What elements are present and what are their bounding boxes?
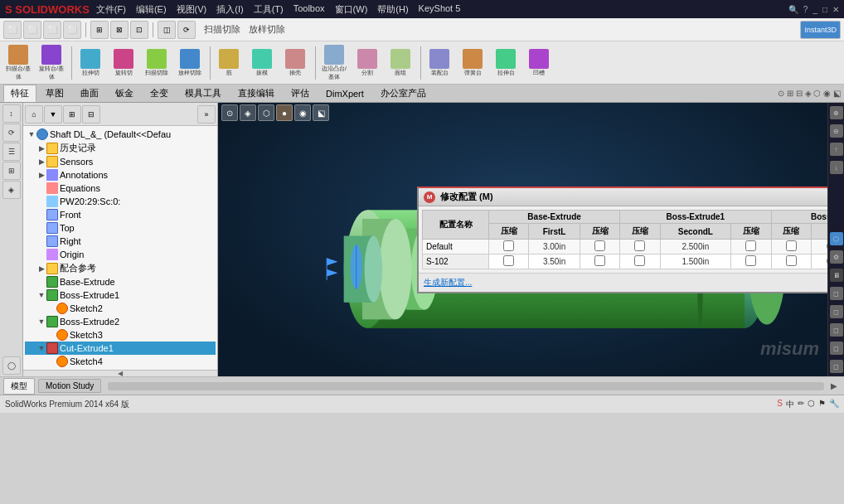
- tab-evaluate[interactable]: 评估: [284, 85, 317, 102]
- btm-tab-model[interactable]: 模型: [3, 378, 35, 395]
- tree-item-match-ref[interactable]: ▶ 配合参考: [25, 261, 216, 275]
- vp-btn-options[interactable]: ⬕: [313, 104, 329, 121]
- tree-collapse-handle[interactable]: ◀: [23, 370, 217, 376]
- menu-window[interactable]: 窗口(W): [335, 3, 368, 16]
- menu-help[interactable]: 帮助(H): [377, 3, 408, 16]
- menu-tools[interactable]: 工具(T): [254, 3, 284, 16]
- tree-item-sensors[interactable]: ▶ Sensors: [25, 155, 216, 168]
- toolbar-btn-1[interactable]: ⬜: [3, 21, 22, 39]
- btm-tab-motion[interactable]: Motion Study: [38, 379, 101, 393]
- tab-office[interactable]: 办公室产品: [373, 85, 434, 102]
- toolbar-btn-5[interactable]: ⊞: [90, 21, 109, 39]
- default-boss1-compress[interactable]: [731, 240, 771, 254]
- rs-icon-3[interactable]: ↑: [830, 143, 843, 156]
- toolbar-btn-9[interactable]: ⟳: [177, 21, 196, 39]
- rs-icon-settings[interactable]: ⚙: [830, 250, 843, 264]
- menu-keyshot[interactable]: KeyShot 5: [419, 3, 461, 16]
- close-icon[interactable]: ✕: [832, 5, 839, 14]
- tree-item-annotations[interactable]: ▶ Annotations: [25, 168, 216, 182]
- vp-btn-view[interactable]: ⊙: [221, 104, 238, 121]
- s102-base-compress[interactable]: [580, 254, 619, 269]
- tree-btn-collapse[interactable]: ⊟: [82, 105, 100, 124]
- tab-sheetmetal[interactable]: 钣金: [108, 85, 141, 102]
- tree-item-boss1[interactable]: ▼ Boss-Extrude1: [25, 288, 216, 302]
- rs-icon-2[interactable]: ⊖: [830, 124, 843, 138]
- s102-boss2-head[interactable]: 0.250in: [811, 254, 827, 269]
- rs-icon-bottom3[interactable]: ◻: [830, 323, 843, 337]
- vp-btn-render[interactable]: ◉: [294, 104, 311, 121]
- tree-item-boss2[interactable]: ▼ Boss-Extrude2: [25, 315, 216, 328]
- help-icon[interactable]: ?: [803, 5, 808, 14]
- tree-item-sketch2[interactable]: Sketch2: [25, 302, 216, 315]
- toolbar-btn-7[interactable]: ⊡: [130, 21, 148, 39]
- tree-item-front[interactable]: Front: [25, 208, 216, 221]
- s102-boss1-second[interactable]: 1.500in: [660, 254, 731, 269]
- toolbar-btn-6[interactable]: ⊠: [110, 21, 129, 39]
- tree-btn-expand[interactable]: ⊞: [63, 105, 81, 124]
- tree-item-sketch4[interactable]: Sketch4: [25, 355, 216, 368]
- default-boss1-suppress[interactable]: [620, 240, 660, 254]
- tree-item-pw[interactable]: PW20:29:Sc:0:: [25, 195, 216, 208]
- s102-boss1-compress[interactable]: [731, 254, 771, 269]
- horizontal-scrollbar[interactable]: [108, 382, 824, 390]
- instant3d-btn[interactable]: Instant3D: [800, 21, 841, 39]
- s102-base-first[interactable]: 3.50in: [529, 254, 580, 269]
- menu-edit[interactable]: 编辑(E): [136, 3, 167, 16]
- search-icon[interactable]: 🔍: [788, 5, 798, 14]
- rs-icon-bottom4[interactable]: ◻: [830, 342, 843, 355]
- vp-btn-lights[interactable]: ⬡: [258, 104, 274, 121]
- tab-allchange[interactable]: 全变: [143, 85, 176, 102]
- default-boss2-suppress[interactable]: [771, 240, 811, 254]
- tree-root[interactable]: ▼ Shaft DL_&_ (Default<<Defau: [25, 128, 216, 141]
- lv-btn-5[interactable]: ◈: [2, 181, 21, 199]
- tree-item-cut-extrude[interactable]: ▼ Cut-Extrude1: [25, 342, 216, 355]
- menu-insert[interactable]: 插入(I): [216, 3, 243, 16]
- tree-item-right[interactable]: Right: [25, 235, 216, 248]
- rs-icon-share[interactable]: ⬡: [830, 232, 843, 245]
- tab-sketch[interactable]: 草图: [38, 85, 71, 102]
- default-base-compress[interactable]: [580, 240, 619, 254]
- lv-btn-4[interactable]: ⊞: [2, 162, 21, 180]
- tab-feature[interactable]: 特征: [3, 85, 36, 102]
- toolbar-btn-2[interactable]: ⬜: [23, 21, 41, 39]
- rs-icon-monitor[interactable]: 🖥: [830, 269, 843, 282]
- minimize-icon[interactable]: _: [812, 5, 817, 14]
- new-config-link[interactable]: 生成新配置...: [424, 277, 472, 288]
- rs-icon-bottom1[interactable]: ◻: [830, 287, 843, 300]
- tree-btn-home[interactable]: ⌂: [25, 105, 43, 124]
- toolbar-btn-3[interactable]: ⬜: [43, 21, 61, 39]
- tab-surface[interactable]: 曲面: [73, 85, 106, 102]
- toolbar-btn-4[interactable]: ⬜: [63, 21, 81, 39]
- lv-btn-2[interactable]: ⟳: [2, 124, 21, 142]
- s102-base-suppress[interactable]: [489, 254, 529, 269]
- menu-toolbox[interactable]: Toolbox: [293, 3, 325, 16]
- tree-item-base-extrude[interactable]: Base-Extrude: [25, 275, 216, 288]
- tree-item-sketch3[interactable]: Sketch3: [25, 328, 216, 342]
- rs-icon-4[interactable]: ↓: [830, 161, 843, 174]
- default-boss2-head[interactable]: 0.250in: [811, 240, 827, 254]
- toolbar-btn-8[interactable]: ◫: [158, 21, 176, 39]
- lv-btn-3[interactable]: ☰: [2, 143, 21, 161]
- tree-item-equations[interactable]: Equations: [25, 182, 216, 195]
- maximize-icon[interactable]: □: [822, 5, 827, 14]
- tree-btn-more[interactable]: »: [197, 105, 216, 124]
- default-base-suppress[interactable]: [489, 240, 529, 254]
- s102-boss2-suppress[interactable]: [771, 254, 811, 269]
- tab-dimxpert[interactable]: DimXpert: [318, 86, 371, 101]
- scroll-right-btn[interactable]: ▶: [831, 381, 837, 390]
- lv-btn-bottom[interactable]: ◯: [2, 356, 21, 375]
- rs-icon-bottom5[interactable]: ◻: [830, 360, 843, 373]
- tree-item-history[interactable]: ▶ 历史记录: [25, 141, 216, 155]
- tab-mold[interactable]: 模具工具: [177, 85, 229, 102]
- vp-btn-color[interactable]: ●: [276, 104, 293, 121]
- vp-btn-mode[interactable]: ◈: [240, 104, 256, 121]
- default-base-first[interactable]: 3.00in: [529, 240, 580, 254]
- tree-item-origin[interactable]: Origin: [25, 248, 216, 261]
- menu-file[interactable]: 文件(F): [96, 3, 126, 16]
- default-boss1-second[interactable]: 2.500in: [660, 240, 731, 254]
- tab-direct[interactable]: 直接编辑: [230, 85, 282, 102]
- lv-btn-1[interactable]: ↕: [2, 104, 21, 123]
- s102-boss1-suppress[interactable]: [620, 254, 660, 269]
- tree-btn-filter[interactable]: ▼: [44, 105, 62, 124]
- tree-item-top[interactable]: Top: [25, 221, 216, 235]
